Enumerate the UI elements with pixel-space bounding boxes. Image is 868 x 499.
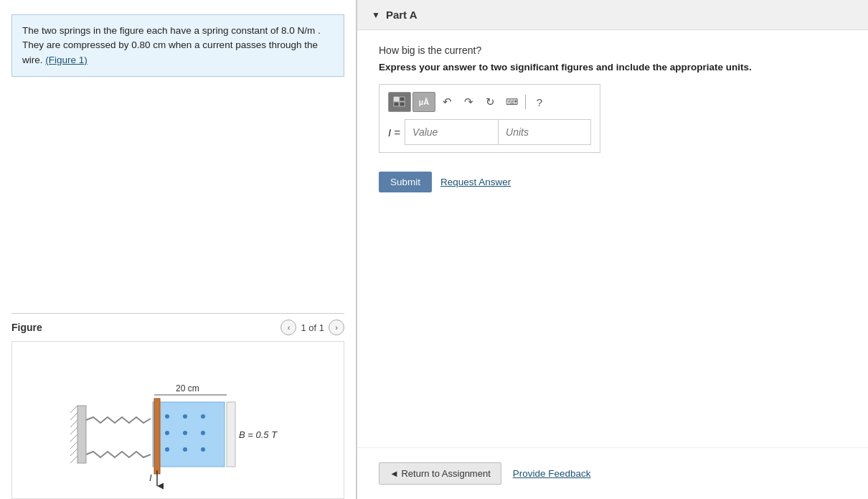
svg-rect-0 xyxy=(77,406,86,463)
figure-next-button[interactable]: › xyxy=(329,320,344,335)
svg-rect-19 xyxy=(154,398,160,474)
svg-point-18 xyxy=(201,447,205,452)
problem-box: The two springs in the figure each have … xyxy=(11,14,344,77)
physics-figure: 20 cm B = 0.5 T I xyxy=(56,348,300,492)
svg-line-6 xyxy=(70,442,77,449)
svg-rect-28 xyxy=(394,102,399,106)
input-label: I = xyxy=(388,126,400,139)
svg-point-10 xyxy=(165,414,169,419)
bottom-bar: ◄ Return to Assignment Provide Feedback xyxy=(357,447,868,499)
figure-section: Figure ‹ 1 of 1 › xyxy=(11,313,344,499)
action-row: Submit Request Answer xyxy=(379,172,846,192)
refresh-button[interactable]: ↻ xyxy=(480,92,500,112)
request-answer-button[interactable]: Request Answer xyxy=(440,177,511,187)
submit-button[interactable]: Submit xyxy=(379,172,432,192)
part-a-content: How big is the current? Express your ans… xyxy=(357,30,868,447)
svg-rect-27 xyxy=(400,97,405,101)
collapse-arrow-icon[interactable]: ▼ xyxy=(372,10,380,20)
svg-rect-9 xyxy=(153,402,225,467)
svg-line-2 xyxy=(70,413,77,420)
svg-line-4 xyxy=(70,427,77,434)
svg-line-7 xyxy=(70,449,77,456)
figure-link[interactable]: (Figure 1) xyxy=(45,55,88,65)
svg-rect-26 xyxy=(394,97,399,101)
svg-point-14 xyxy=(183,431,187,435)
provide-feedback-button[interactable]: Provide Feedback xyxy=(513,468,591,479)
figure-image-area: 20 cm B = 0.5 T I xyxy=(11,341,344,499)
toolbar: µÂ ↶ ↷ ↻ ⌨ ? xyxy=(388,92,591,112)
help-button[interactable]: ? xyxy=(529,92,549,112)
svg-text:B = 0.5 T: B = 0.5 T xyxy=(239,429,278,440)
answer-box: µÂ ↶ ↷ ↻ ⌨ ? I = xyxy=(379,84,600,153)
svg-point-16 xyxy=(165,447,169,452)
figure-header: Figure ‹ 1 of 1 › xyxy=(11,320,344,335)
figure-title: Figure xyxy=(11,322,42,333)
return-to-assignment-button[interactable]: ◄ Return to Assignment xyxy=(379,462,501,485)
input-row: I = xyxy=(388,119,591,145)
svg-line-1 xyxy=(70,406,77,413)
svg-point-13 xyxy=(165,431,169,435)
value-input[interactable] xyxy=(405,119,498,145)
svg-line-8 xyxy=(70,456,77,463)
units-input[interactable] xyxy=(498,119,591,145)
figure-prev-button[interactable]: ‹ xyxy=(280,320,296,335)
undo-button[interactable]: ↶ xyxy=(437,92,457,112)
keyboard-button[interactable]: ⌨ xyxy=(501,92,522,112)
svg-text:I: I xyxy=(149,472,152,483)
part-a-title: Part A xyxy=(386,9,418,21)
svg-text:20 cm: 20 cm xyxy=(176,383,199,393)
svg-line-3 xyxy=(70,420,77,427)
toolbar-separator xyxy=(525,95,526,109)
redo-button[interactable]: ↷ xyxy=(458,92,478,112)
instruction-text: Express your answer to two significant f… xyxy=(379,62,846,73)
right-panel: ▼ Part A How big is the current? Express… xyxy=(357,0,868,499)
svg-point-17 xyxy=(183,447,187,452)
left-panel: The two springs in the figure each have … xyxy=(0,0,357,499)
part-a-header: ▼ Part A xyxy=(357,0,868,30)
svg-point-11 xyxy=(183,414,187,419)
unit-icon-button[interactable]: µÂ xyxy=(412,92,435,112)
figure-count: 1 of 1 xyxy=(301,322,324,333)
figure-nav: ‹ 1 of 1 › xyxy=(280,320,344,335)
svg-rect-20 xyxy=(227,402,235,467)
matrix-icon-button[interactable] xyxy=(388,92,411,112)
question-text: How big is the current? xyxy=(379,45,846,56)
svg-point-12 xyxy=(201,414,205,419)
svg-rect-29 xyxy=(400,102,405,106)
svg-line-5 xyxy=(70,434,77,442)
svg-point-15 xyxy=(201,431,205,435)
